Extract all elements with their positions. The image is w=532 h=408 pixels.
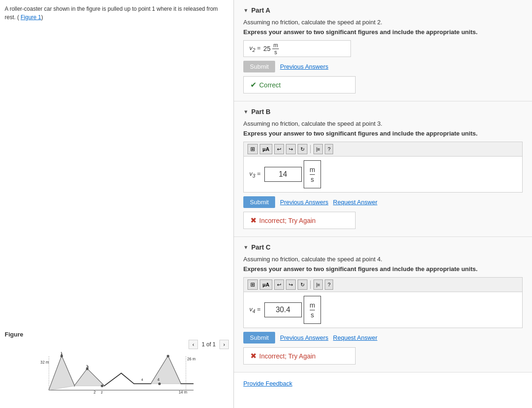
incorrect-x-icon-b: ✖ bbox=[250, 216, 256, 225]
part-b-title: Part B bbox=[251, 108, 270, 115]
part-c-request-answer-btn[interactable]: Request Answer bbox=[333, 334, 378, 341]
part-c-status: ✖ Incorrect; Try Again bbox=[243, 347, 356, 365]
part-c-toolbar-redo-btn[interactable]: ↪ bbox=[286, 279, 296, 290]
part-b-toolbar-undo-btn[interactable]: ↩ bbox=[274, 144, 284, 154]
part-c-header: ▼ Part C bbox=[243, 243, 523, 251]
part-c-unit-num: m bbox=[310, 301, 315, 310]
part-b-toolbar-help-btn[interactable]: ? bbox=[325, 144, 333, 154]
part-b-math-input-area: v3 = 14 m s bbox=[243, 156, 523, 193]
part-c-input-container: ⊞ μA ↩ ↪ ↻ |≡ bbox=[243, 277, 523, 328]
part-b-toolbar-list-btn[interactable]: |≡ bbox=[313, 144, 323, 154]
part-c-previous-answers-btn[interactable]: Previous Answers bbox=[280, 334, 328, 341]
part-a-section: ▼ Part A Assuming no friction, calculate… bbox=[234, 0, 532, 101]
part-c-unit-box: m s bbox=[304, 296, 321, 324]
svg-point-14 bbox=[167, 355, 169, 357]
part-b-input-container: ⊞ μA ↩ ↪ ↻ |≡ bbox=[243, 142, 523, 193]
part-b-input-label: v3 = bbox=[249, 170, 261, 179]
part-c-toolbar-list-btn[interactable]: |≡ bbox=[313, 279, 323, 290]
part-c-title: Part C bbox=[251, 243, 270, 251]
part-a-answer-row: v2 = 25 m s bbox=[243, 40, 523, 57]
part-b-unit-box: m s bbox=[304, 160, 321, 188]
part-a-instruction: Express your answer to two significant f… bbox=[243, 29, 523, 36]
part-b-status: ✖ Incorrect; Try Again bbox=[243, 212, 356, 229]
part-b-input-value[interactable]: 14 bbox=[264, 167, 302, 182]
part-b-toolbar-refresh-btn[interactable]: ↻ bbox=[298, 144, 307, 154]
part-b-header: ▼ Part B bbox=[243, 108, 523, 115]
part-b-refresh-icon: ↻ bbox=[300, 146, 305, 152]
svg-text:26 m: 26 m bbox=[187, 357, 196, 361]
part-c-submit-btn[interactable]: Submit bbox=[243, 332, 275, 344]
part-a-status: ✔ Correct bbox=[243, 76, 356, 93]
part-b-unit-den: s bbox=[310, 175, 315, 183]
right-panel: ▼ Part A Assuming no friction, calculate… bbox=[234, 0, 532, 408]
figure-container: Figure ‹ 1 of 1 › 1 3 32 bbox=[5, 331, 229, 399]
part-b-action-row: Submit Previous Answers Request Answer bbox=[243, 196, 523, 208]
part-c-toolbar-mu-btn[interactable]: μA bbox=[260, 279, 272, 290]
part-b-unit-num: m bbox=[310, 166, 315, 175]
part-b-undo-icon: ↩ bbox=[277, 146, 281, 152]
part-c-question: Assuming no friction, calculate the spee… bbox=[243, 256, 523, 263]
part-a-answer-value: 25 bbox=[263, 45, 271, 52]
part-b-toolbar-sep bbox=[310, 145, 311, 153]
part-c-list-icon: |≡ bbox=[316, 282, 320, 287]
figure-prev-btn[interactable]: ‹ bbox=[189, 340, 198, 349]
part-b-submit-btn[interactable]: Submit bbox=[243, 196, 275, 208]
part-b-toolbar-grid-btn[interactable]: ⊞ bbox=[248, 144, 258, 154]
feedback-link[interactable]: Provide Feedback bbox=[243, 380, 292, 387]
part-c-math-input-area: v4 = 30.4 m s bbox=[243, 292, 523, 328]
part-a-header: ▼ Part A bbox=[243, 7, 523, 14]
part-b-list-icon: |≡ bbox=[316, 147, 320, 152]
svg-text:32 m: 32 m bbox=[40, 360, 49, 365]
part-c-input-label: v4 = bbox=[249, 306, 261, 314]
svg-point-12 bbox=[101, 385, 103, 387]
figure-next-btn[interactable]: › bbox=[219, 340, 229, 349]
part-c-instruction: Express your answer to two significant f… bbox=[243, 265, 523, 272]
part-a-status-text: Correct bbox=[259, 81, 281, 89]
part-c-unit-den: s bbox=[310, 310, 315, 319]
part-c-status-text: Incorrect; Try Again bbox=[259, 352, 316, 360]
part-c-toolbar-grid-icon: ⊞ bbox=[250, 281, 255, 288]
svg-text:4: 4 bbox=[157, 378, 160, 382]
part-c-toolbar: ⊞ μA ↩ ↪ ↻ |≡ bbox=[243, 277, 523, 292]
part-c-redo-icon: ↪ bbox=[289, 282, 293, 288]
part-b-status-text: Incorrect; Try Again bbox=[259, 217, 316, 224]
left-panel: A roller-coaster car shown in the figure… bbox=[0, 0, 234, 408]
part-c-input-value[interactable]: 30.4 bbox=[264, 302, 302, 317]
svg-text:14 m: 14 m bbox=[178, 390, 187, 394]
part-b-redo-icon: ↪ bbox=[289, 146, 293, 152]
part-b-toolbar: ⊞ μA ↩ ↪ ↻ |≡ bbox=[243, 142, 523, 156]
part-b-toolbar-mu-btn[interactable]: μA bbox=[260, 144, 272, 154]
part-a-answer-box: v2 = 25 m s bbox=[243, 40, 351, 57]
part-c-toolbar-grid-btn[interactable]: ⊞ bbox=[248, 279, 258, 290]
incorrect-x-icon-c: ✖ bbox=[250, 351, 256, 360]
part-c-toolbar-refresh-btn[interactable]: ↻ bbox=[298, 279, 307, 290]
part-a-toggle[interactable]: ▼ bbox=[243, 7, 248, 13]
part-b-question: Assuming no friction, calculate the spee… bbox=[243, 120, 523, 127]
part-a-title: Part A bbox=[251, 7, 270, 14]
svg-text:1: 1 bbox=[61, 352, 63, 356]
part-b-help-icon: ? bbox=[328, 146, 330, 152]
part-b-section: ▼ Part B Assuming no friction, calculate… bbox=[234, 101, 532, 237]
part-c-toolbar-help-btn[interactable]: ? bbox=[325, 279, 333, 290]
correct-check-icon: ✔ bbox=[250, 80, 256, 89]
part-b-toggle[interactable]: ▼ bbox=[243, 109, 248, 115]
part-b-previous-answers-btn[interactable]: Previous Answers bbox=[280, 199, 328, 206]
part-b-request-answer-btn[interactable]: Request Answer bbox=[333, 199, 378, 206]
part-c-refresh-icon: ↻ bbox=[300, 282, 305, 288]
part-c-toolbar-undo-btn[interactable]: ↩ bbox=[274, 279, 284, 290]
part-c-toggle[interactable]: ▼ bbox=[243, 244, 248, 250]
part-a-question: Assuming no friction, calculate the spee… bbox=[243, 19, 523, 26]
part-c-action-row: Submit Previous Answers Request Answer bbox=[243, 332, 523, 344]
figure-link[interactable]: Figure 1 bbox=[21, 14, 41, 21]
part-a-submit-btn[interactable]: Submit bbox=[243, 61, 275, 72]
feedback-section: Provide Feedback bbox=[234, 372, 532, 394]
problem-text: A roller-coaster car shown in the figure… bbox=[5, 5, 229, 21]
part-a-unit-num: m bbox=[272, 42, 279, 49]
figure-nav: ‹ 1 of 1 › bbox=[5, 340, 229, 349]
figure-label: Figure bbox=[5, 331, 229, 338]
part-c-toolbar-mu-icon: μA bbox=[262, 282, 270, 287]
part-a-answer-label: v2 = bbox=[249, 44, 261, 53]
part-a-previous-answers-btn[interactable]: Previous Answers bbox=[280, 63, 328, 70]
part-b-toolbar-redo-btn[interactable]: ↪ bbox=[286, 144, 296, 154]
svg-text:3: 3 bbox=[87, 365, 88, 369]
